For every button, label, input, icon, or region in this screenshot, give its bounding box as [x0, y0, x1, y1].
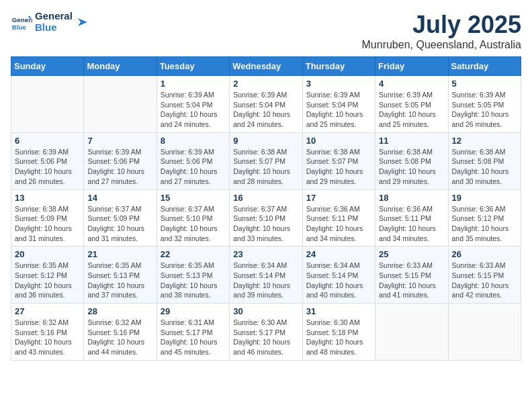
- day-info: Sunrise: 6:38 AM Sunset: 5:08 PM Dayligh…: [452, 147, 517, 187]
- logo: General Blue General Blue: [11, 11, 89, 33]
- calendar-cell: 12Sunrise: 6:38 AM Sunset: 5:08 PM Dayli…: [448, 132, 521, 189]
- column-header-tuesday: Tuesday: [157, 57, 229, 76]
- calendar-cell: 17Sunrise: 6:36 AM Sunset: 5:11 PM Dayli…: [302, 189, 375, 246]
- day-info: Sunrise: 6:39 AM Sunset: 5:04 PM Dayligh…: [233, 90, 298, 130]
- calendar-cell: 21Sunrise: 6:35 AM Sunset: 5:13 PM Dayli…: [84, 246, 157, 304]
- column-header-monday: Monday: [84, 57, 157, 76]
- calendar-cell: 19Sunrise: 6:36 AM Sunset: 5:12 PM Dayli…: [448, 189, 521, 246]
- calendar-week-row: 1Sunrise: 6:39 AM Sunset: 5:04 PM Daylig…: [11, 76, 521, 133]
- day-info: Sunrise: 6:38 AM Sunset: 5:09 PM Dayligh…: [15, 204, 80, 244]
- day-number: 13: [15, 193, 80, 203]
- calendar-cell: 28Sunrise: 6:32 AM Sunset: 5:16 PM Dayli…: [84, 304, 157, 361]
- calendar-cell: 11Sunrise: 6:38 AM Sunset: 5:08 PM Dayli…: [375, 132, 448, 189]
- calendar-cell: 16Sunrise: 6:37 AM Sunset: 5:10 PM Dayli…: [230, 189, 302, 246]
- day-number: 24: [306, 249, 371, 259]
- calendar-cell: 30Sunrise: 6:30 AM Sunset: 5:17 PM Dayli…: [230, 304, 302, 361]
- calendar-cell: [448, 304, 521, 361]
- calendar-week-row: 13Sunrise: 6:38 AM Sunset: 5:09 PM Dayli…: [11, 189, 521, 246]
- day-number: 2: [233, 79, 298, 89]
- calendar-header-row: SundayMondayTuesdayWednesdayThursdayFrid…: [11, 57, 521, 76]
- day-number: 3: [306, 79, 371, 89]
- day-number: 19: [452, 193, 517, 203]
- day-number: 28: [87, 306, 152, 316]
- day-info: Sunrise: 6:39 AM Sunset: 5:06 PM Dayligh…: [15, 147, 80, 187]
- svg-marker-3: [78, 18, 87, 26]
- calendar-cell: 9Sunrise: 6:38 AM Sunset: 5:07 PM Daylig…: [230, 132, 302, 189]
- day-info: Sunrise: 6:32 AM Sunset: 5:16 PM Dayligh…: [87, 318, 152, 357]
- day-number: 25: [379, 249, 444, 259]
- calendar-cell: 4Sunrise: 6:39 AM Sunset: 5:05 PM Daylig…: [375, 76, 448, 133]
- day-info: Sunrise: 6:39 AM Sunset: 5:06 PM Dayligh…: [161, 147, 226, 187]
- day-info: Sunrise: 6:39 AM Sunset: 5:05 PM Dayligh…: [379, 90, 444, 130]
- day-info: Sunrise: 6:38 AM Sunset: 5:07 PM Dayligh…: [233, 147, 298, 187]
- calendar-cell: 24Sunrise: 6:34 AM Sunset: 5:14 PM Dayli…: [302, 246, 375, 304]
- day-info: Sunrise: 6:38 AM Sunset: 5:08 PM Dayligh…: [379, 147, 444, 187]
- day-info: Sunrise: 6:39 AM Sunset: 5:04 PM Dayligh…: [161, 90, 226, 130]
- calendar-cell: 6Sunrise: 6:39 AM Sunset: 5:06 PM Daylig…: [11, 132, 84, 189]
- day-number: 9: [233, 136, 298, 146]
- day-info: Sunrise: 6:33 AM Sunset: 5:15 PM Dayligh…: [379, 261, 444, 300]
- day-info: Sunrise: 6:31 AM Sunset: 5:17 PM Dayligh…: [161, 318, 226, 357]
- calendar-cell: 7Sunrise: 6:39 AM Sunset: 5:06 PM Daylig…: [84, 132, 157, 189]
- day-number: 17: [306, 193, 371, 203]
- day-info: Sunrise: 6:36 AM Sunset: 5:11 PM Dayligh…: [379, 204, 444, 244]
- location-title: Munruben, Queensland, Australia: [362, 39, 521, 51]
- day-info: Sunrise: 6:32 AM Sunset: 5:16 PM Dayligh…: [15, 318, 80, 357]
- calendar-cell: 2Sunrise: 6:39 AM Sunset: 5:04 PM Daylig…: [230, 76, 302, 133]
- column-header-thursday: Thursday: [302, 57, 375, 76]
- calendar-cell: 15Sunrise: 6:37 AM Sunset: 5:10 PM Dayli…: [157, 189, 229, 246]
- calendar-cell: 1Sunrise: 6:39 AM Sunset: 5:04 PM Daylig…: [157, 76, 229, 133]
- day-info: Sunrise: 6:39 AM Sunset: 5:05 PM Dayligh…: [452, 90, 517, 130]
- day-info: Sunrise: 6:39 AM Sunset: 5:06 PM Dayligh…: [87, 147, 152, 187]
- logo-arrow-icon: [75, 15, 89, 29]
- column-header-sunday: Sunday: [11, 57, 84, 76]
- logo-text-line1: General: [35, 11, 73, 22]
- day-number: 15: [161, 193, 226, 203]
- calendar-cell: 23Sunrise: 6:34 AM Sunset: 5:14 PM Dayli…: [230, 246, 302, 304]
- calendar-cell: 26Sunrise: 6:33 AM Sunset: 5:15 PM Dayli…: [448, 246, 521, 304]
- day-info: Sunrise: 6:37 AM Sunset: 5:09 PM Dayligh…: [87, 204, 152, 244]
- day-number: 7: [87, 136, 152, 146]
- day-number: 16: [233, 193, 298, 203]
- day-info: Sunrise: 6:33 AM Sunset: 5:15 PM Dayligh…: [452, 261, 517, 300]
- day-number: 31: [306, 306, 371, 316]
- calendar-cell: 3Sunrise: 6:39 AM Sunset: 5:04 PM Daylig…: [302, 76, 375, 133]
- calendar-cell: [84, 76, 157, 133]
- day-info: Sunrise: 6:38 AM Sunset: 5:07 PM Dayligh…: [306, 147, 371, 187]
- day-info: Sunrise: 6:30 AM Sunset: 5:17 PM Dayligh…: [233, 318, 298, 357]
- day-info: Sunrise: 6:30 AM Sunset: 5:18 PM Dayligh…: [306, 318, 371, 357]
- calendar-week-row: 6Sunrise: 6:39 AM Sunset: 5:06 PM Daylig…: [11, 132, 521, 189]
- calendar: SundayMondayTuesdayWednesdayThursdayFrid…: [11, 56, 521, 361]
- calendar-cell: 22Sunrise: 6:35 AM Sunset: 5:13 PM Dayli…: [157, 246, 229, 304]
- day-number: 27: [15, 306, 80, 316]
- day-number: 18: [379, 193, 444, 203]
- calendar-cell: [375, 304, 448, 361]
- calendar-cell: 18Sunrise: 6:36 AM Sunset: 5:11 PM Dayli…: [375, 189, 448, 246]
- day-number: 29: [161, 306, 226, 316]
- calendar-cell: 27Sunrise: 6:32 AM Sunset: 5:16 PM Dayli…: [11, 304, 84, 361]
- day-info: Sunrise: 6:34 AM Sunset: 5:14 PM Dayligh…: [306, 261, 371, 300]
- day-info: Sunrise: 6:37 AM Sunset: 5:10 PM Dayligh…: [233, 204, 298, 244]
- day-number: 20: [15, 249, 80, 259]
- calendar-cell: 20Sunrise: 6:35 AM Sunset: 5:12 PM Dayli…: [11, 246, 84, 304]
- day-number: 11: [379, 136, 444, 146]
- day-info: Sunrise: 6:36 AM Sunset: 5:12 PM Dayligh…: [452, 204, 517, 244]
- calendar-cell: 13Sunrise: 6:38 AM Sunset: 5:09 PM Dayli…: [11, 189, 84, 246]
- day-number: 1: [161, 79, 226, 89]
- day-info: Sunrise: 6:35 AM Sunset: 5:13 PM Dayligh…: [87, 261, 152, 300]
- logo-icon: General Blue: [11, 11, 32, 33]
- column-header-wednesday: Wednesday: [230, 57, 302, 76]
- calendar-cell: 31Sunrise: 6:30 AM Sunset: 5:18 PM Dayli…: [302, 304, 375, 361]
- title-area: July 2025 Munruben, Queensland, Australi…: [362, 11, 521, 51]
- calendar-cell: 8Sunrise: 6:39 AM Sunset: 5:06 PM Daylig…: [157, 132, 229, 189]
- column-header-saturday: Saturday: [448, 57, 521, 76]
- day-info: Sunrise: 6:35 AM Sunset: 5:12 PM Dayligh…: [15, 261, 80, 300]
- day-number: 14: [87, 193, 152, 203]
- day-number: 6: [15, 136, 80, 146]
- day-number: 21: [87, 249, 152, 259]
- day-number: 12: [452, 136, 517, 146]
- day-info: Sunrise: 6:35 AM Sunset: 5:13 PM Dayligh…: [161, 261, 226, 300]
- day-info: Sunrise: 6:39 AM Sunset: 5:04 PM Dayligh…: [306, 90, 371, 130]
- svg-text:Blue: Blue: [12, 23, 27, 30]
- logo-text-line2: Blue: [35, 22, 73, 34]
